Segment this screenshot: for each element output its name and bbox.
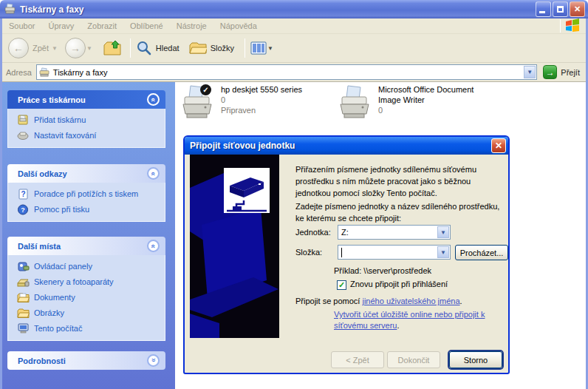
collapse-chevron-icon[interactable]: «	[147, 240, 160, 252]
default-printer-badge: ✓	[200, 84, 211, 95]
finish-button[interactable]: Dokončit	[387, 351, 440, 368]
address-input[interactable]: Tiskárny a faxy ▼	[36, 64, 537, 80]
online-storage-suffix: .	[397, 321, 399, 330]
sidebar-item-label: Skenery a fotoaparáty	[34, 277, 114, 286]
connect-using-prefix: Připojit se pomocí	[295, 297, 362, 305]
forward-button[interactable]: → ▼	[65, 38, 97, 58]
back-label: Zpět	[33, 44, 49, 53]
printer-name: Microsoft Office Document Image Writer	[378, 84, 482, 105]
window-printer-icon	[4, 3, 16, 16]
drive-dropdown-button[interactable]: ▼	[437, 226, 449, 238]
address-value: Tiskárny a faxy	[53, 68, 108, 77]
panel-other-places-header[interactable]: Další místa «	[7, 237, 165, 255]
dialog-instruction: Zadejte písmeno jednotky a název sdílené…	[295, 200, 504, 224]
menu-separator	[560, 19, 561, 33]
panel-see-also-header[interactable]: Další odkazy «	[7, 164, 165, 183]
sidebar-item-control-panel[interactable]: Ovládací panely	[17, 261, 162, 272]
reconnect-label: Znovu připojit při přihlášení	[350, 280, 448, 288]
example-path-text: Příklad: \\server\prostředek	[334, 266, 431, 275]
panel-see-also: Další odkazy « ? Poradce při potížích s …	[7, 164, 165, 222]
toolbar-separator-2	[245, 38, 245, 58]
views-dropdown-icon[interactable]: ▼	[267, 45, 273, 52]
sidebar-item-documents[interactable]: Dokumenty	[17, 292, 162, 303]
folder-input[interactable]: ▼	[338, 245, 451, 260]
sidebar-item-pictures[interactable]: Obrázky	[17, 308, 162, 319]
menu-file[interactable]: Soubor	[2, 21, 41, 30]
folders-icon	[189, 41, 207, 55]
window-titlebar[interactable]: Tiskárny a faxy ✕	[0, 0, 588, 18]
windows-logo-icon	[565, 18, 580, 34]
pictures-icon	[17, 308, 30, 319]
panel-title: Další odkazy	[18, 169, 147, 178]
sidebar-item-troubleshooter[interactable]: ? Poradce při potížích s tiskem	[17, 189, 162, 200]
sidebar-item-scanners-cameras[interactable]: Skenery a fotoaparáty	[17, 277, 162, 288]
sidebar-item-label: Poradce při potížích s tiskem	[34, 189, 138, 198]
forward-dropdown-icon[interactable]: ▼	[86, 45, 92, 52]
expand-chevron-icon[interactable]: «	[147, 354, 160, 367]
sidebar-item-add-printer[interactable]: Přidat tiskárnu	[17, 115, 162, 126]
panel-details-header[interactable]: Podrobnosti «	[7, 351, 165, 370]
online-storage-line: Vytvořit účet úložiště online nebo připo…	[334, 309, 510, 331]
dialog-titlebar[interactable]: Připojit síťovou jednotku ✕	[185, 137, 508, 155]
back-dropdown-icon[interactable]: ▼	[52, 45, 58, 52]
dialog-title: Připojit síťovou jednotku	[190, 141, 491, 151]
minimize-button[interactable]	[536, 1, 551, 17]
folder-dropdown-button[interactable]: ▼	[437, 246, 449, 258]
menu-tools[interactable]: Nástroje	[170, 21, 213, 30]
close-button[interactable]: ✕	[570, 1, 585, 17]
panel-other-places: Další místa « Ovládací panely Skenery a …	[7, 237, 165, 341]
menu-favorites[interactable]: Oblíbené	[123, 21, 170, 30]
collapse-chevron-icon[interactable]: «	[147, 93, 160, 106]
go-button[interactable]: → Přejít	[543, 65, 582, 79]
views-button[interactable]: ▼	[250, 41, 278, 55]
reconnect-checkbox[interactable]: ✓	[337, 280, 346, 290]
online-storage-link[interactable]: Vytvořit účet úložiště online nebo připo…	[334, 310, 485, 330]
panel-title: Další místa	[18, 242, 147, 251]
back-button[interactable]: ← Zpět ▼	[8, 38, 62, 58]
sidebar-item-setup-faxing[interactable]: Nastavit faxování	[17, 130, 162, 141]
folder-label: Složka:	[295, 248, 322, 257]
wizard-art-panel	[190, 155, 279, 338]
sidebar-item-printing-help[interactable]: ? Pomoc při tisku	[17, 204, 162, 215]
search-button[interactable]: Hledat	[136, 40, 182, 56]
dialog-close-button[interactable]: ✕	[491, 138, 506, 153]
fax-icon	[17, 130, 30, 141]
sidebar-item-label: Dokumenty	[34, 292, 75, 302]
cancel-button[interactable]: Storno	[449, 351, 502, 368]
maximize-button[interactable]	[553, 1, 568, 17]
menu-view[interactable]: Zobrazit	[81, 21, 123, 30]
different-username-link[interactable]: jiného uživatelského jména	[362, 297, 459, 305]
sidebar-item-label: Obrázky	[34, 308, 64, 317]
folders-button[interactable]: Složky	[189, 41, 236, 55]
checkmark-icon: ✓	[338, 281, 345, 289]
connect-using-suffix: .	[460, 297, 462, 305]
drive-value: Z:	[341, 228, 349, 237]
collapse-chevron-icon[interactable]: «	[147, 167, 160, 180]
drive-select[interactable]: Z: ▼	[338, 225, 451, 240]
sidebar-item-my-computer[interactable]: Tento počítač	[17, 323, 162, 334]
network-drive-icon	[224, 168, 270, 213]
printer-item-ms-image-writer[interactable]: Microsoft Office Document Image Writer 0	[338, 84, 482, 123]
search-icon	[136, 40, 152, 56]
menu-edit[interactable]: Úpravy	[41, 21, 81, 30]
documents-icon	[17, 292, 30, 303]
menu-help[interactable]: Nápověda	[213, 21, 264, 30]
panel-title: Práce s tiskárnou	[18, 95, 147, 104]
scanner-icon	[17, 277, 30, 288]
sidebar-item-label: Přidat tiskárnu	[34, 115, 86, 124]
drive-label: Jednotka:	[295, 228, 331, 237]
browse-button[interactable]: Procházet...	[455, 245, 508, 260]
control-panel-icon	[17, 261, 30, 272]
printer-queue-count: 0	[221, 95, 302, 105]
sidebar-item-label: Ovládací panely	[34, 261, 92, 271]
text-caret	[341, 248, 342, 257]
address-dropdown-button[interactable]: ▼	[524, 66, 536, 78]
panel-printer-tasks-header[interactable]: Práce s tiskárnou «	[7, 90, 165, 109]
back-wizard-button[interactable]: < Zpět	[331, 351, 384, 368]
printer-item-hp-deskjet[interactable]: ✓ hp deskjet 5550 series 0 Připraven	[181, 84, 302, 123]
sidebar-item-label: Pomoc při tisku	[34, 204, 89, 214]
sidebar-item-label: Tento počítač	[34, 323, 82, 333]
printer-icon	[338, 84, 371, 121]
up-button[interactable]	[103, 39, 122, 57]
panel-title: Podrobnosti	[18, 356, 147, 365]
